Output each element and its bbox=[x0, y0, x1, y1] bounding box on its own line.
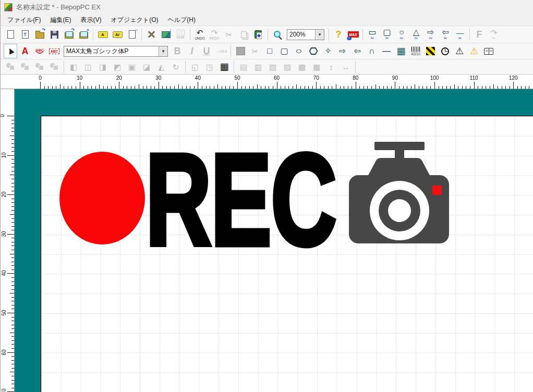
draw-ellipse-button[interactable]: ○ bbox=[292, 44, 306, 58]
font-select[interactable]: MAX太角ゴシック体P▼ bbox=[64, 46, 168, 57]
draw-arch-button[interactable]: ∩ bbox=[365, 44, 379, 58]
import-image-button[interactable]: ↓ bbox=[159, 27, 173, 42]
menu-edit[interactable]: 編集(E) bbox=[45, 14, 76, 26]
menu-object[interactable]: オブジェクト(O) bbox=[106, 14, 163, 26]
max-web-button[interactable]: MAX bbox=[346, 27, 360, 42]
italic-button[interactable]: I bbox=[185, 44, 199, 58]
cut-shape-arrow-left-button[interactable]: ⇦✂ bbox=[439, 27, 452, 42]
draw-polygon-button[interactable] bbox=[307, 44, 320, 58]
cut-shape-arrow-right-button[interactable]: ⇨✂ bbox=[424, 27, 438, 42]
cut-shape-roundrect-button[interactable]: ▢✂ bbox=[380, 27, 394, 42]
select-tool-button[interactable]: ► bbox=[4, 44, 17, 58]
zoom-tool-button[interactable] bbox=[271, 27, 284, 42]
chevron-down-icon[interactable]: ▼ bbox=[159, 46, 167, 56]
insert-clock-button[interactable] bbox=[438, 44, 452, 58]
ruler-tick bbox=[147, 86, 147, 89]
undo-button[interactable]: ↶UNDO bbox=[193, 27, 207, 42]
distribute-down-button[interactable]: ▥ bbox=[251, 59, 265, 74]
new-document-button[interactable] bbox=[4, 27, 17, 42]
rec-text-object[interactable]: REC bbox=[146, 135, 336, 265]
append-file-button[interactable]: + bbox=[77, 27, 90, 42]
clipart-library-button[interactable] bbox=[482, 44, 495, 58]
insert-barcode-button[interactable]: 43210 bbox=[409, 44, 422, 58]
fill-color-button[interactable] bbox=[234, 44, 247, 58]
new-text-label-button[interactable]: T bbox=[18, 27, 32, 42]
insert-warning-filled-button[interactable]: ⚠ bbox=[467, 44, 481, 58]
text-tool-button[interactable]: A bbox=[18, 44, 32, 58]
menu-view[interactable]: 表示(V) bbox=[76, 14, 106, 26]
ruler-tick bbox=[99, 84, 100, 89]
toolbar-separator bbox=[64, 61, 64, 73]
equal-spacing-v-button[interactable]: ▩ bbox=[295, 59, 309, 74]
edit-table-button[interactable]: ▦ bbox=[217, 59, 231, 74]
open-file-button[interactable]: ↷ bbox=[33, 27, 46, 42]
align-middle-button[interactable]: ▣ bbox=[125, 59, 139, 74]
align-right-button[interactable]: ◨ bbox=[96, 59, 110, 74]
draw-rect-button[interactable]: □ bbox=[263, 44, 276, 58]
cut-shape-ellipse-button[interactable]: ○✂ bbox=[395, 27, 408, 42]
fit-width-button[interactable]: ↔ bbox=[339, 59, 353, 74]
align-center-h-button[interactable]: ◫ bbox=[81, 59, 95, 74]
draw-star-button[interactable]: ✧ bbox=[321, 44, 335, 58]
frame-text-f-button[interactable]: F bbox=[473, 27, 486, 42]
draw-line-button[interactable]: — bbox=[380, 44, 393, 58]
numbering-button[interactable]: 12NUM bbox=[174, 27, 187, 42]
print-preview-button[interactable]: ○ bbox=[125, 27, 139, 42]
draw-roundrect-button[interactable]: ▢ bbox=[277, 44, 291, 58]
text-direction-button[interactable]: ←CBA bbox=[214, 44, 228, 58]
distribute-down-icon: ▥ bbox=[255, 63, 262, 71]
group-button[interactable]: ◱ bbox=[188, 59, 202, 74]
copy-button[interactable] bbox=[237, 27, 250, 42]
label-format-a-button[interactable]: A bbox=[96, 27, 110, 42]
paste-button[interactable] bbox=[251, 27, 265, 42]
half-cut-button[interactable]: ✂ bbox=[248, 44, 262, 58]
rotate-button[interactable]: ↻ bbox=[169, 59, 183, 74]
ruler-tick bbox=[466, 86, 466, 89]
save-file-button[interactable] bbox=[47, 27, 61, 42]
ruler-label: 90 bbox=[392, 75, 398, 81]
insert-table-button[interactable]: ▦ bbox=[394, 44, 408, 58]
bring-to-front-button[interactable] bbox=[4, 59, 17, 74]
equal-spacing-h-button[interactable]: ▩ bbox=[310, 59, 323, 74]
cba-icon: ←CBA bbox=[215, 49, 227, 54]
distribute-right-button[interactable]: ▧ bbox=[266, 59, 280, 74]
arc-text-tool-button[interactable]: ABC bbox=[33, 44, 46, 58]
cut-shape-rect-button[interactable]: ▭✂ bbox=[366, 27, 379, 42]
help-button[interactable]: ? bbox=[332, 27, 345, 42]
label-format-ai-button[interactable]: A/ bbox=[111, 27, 124, 42]
zoom-level-select[interactable]: 200%▼ bbox=[287, 29, 324, 40]
chevron-down-icon[interactable]: ▼ bbox=[315, 30, 324, 40]
cut-button[interactable]: ✂ bbox=[222, 27, 236, 42]
align-left-button[interactable]: ◧ bbox=[67, 59, 80, 74]
tools-button[interactable] bbox=[144, 27, 158, 42]
redo-button[interactable]: ↷REDO bbox=[208, 27, 221, 42]
draw-arrow-left-button[interactable]: ⇦ bbox=[350, 44, 364, 58]
bring-forward-button[interactable] bbox=[33, 59, 46, 74]
distribute-left-button[interactable]: ▤ bbox=[237, 59, 250, 74]
record-dot-shape[interactable] bbox=[59, 152, 145, 244]
cut-shape-rect-icon: ▭ bbox=[368, 28, 376, 36]
send-to-back-button[interactable] bbox=[18, 59, 32, 74]
flip-button[interactable]: ◭ bbox=[154, 59, 168, 74]
align-top-button[interactable]: ◩ bbox=[111, 59, 124, 74]
import-cut-button[interactable]: ↷✂ bbox=[487, 27, 501, 42]
camera-clipart[interactable] bbox=[345, 137, 454, 249]
ungroup-button[interactable]: ◳ bbox=[203, 59, 216, 74]
insert-warning-outline-button[interactable]: ⚠ bbox=[453, 44, 466, 58]
import-file-button[interactable]: ↷ bbox=[62, 27, 76, 42]
menu-help[interactable]: ヘルプ(H) bbox=[163, 14, 200, 26]
fit-height-button[interactable]: ↕ bbox=[324, 59, 338, 74]
bold-button[interactable]: B bbox=[171, 44, 184, 58]
insert-hazard-stripe-button[interactable] bbox=[423, 44, 437, 58]
send-backward-button[interactable] bbox=[47, 59, 61, 74]
label-canvas[interactable]: REC bbox=[41, 116, 533, 392]
align-bottom-button[interactable]: ◪ bbox=[140, 59, 153, 74]
ruler-tick bbox=[265, 86, 265, 89]
menu-file[interactable]: ファイル(F) bbox=[3, 14, 45, 26]
cut-shape-triangle-button[interactable]: △✂ bbox=[409, 27, 423, 42]
distribute-up-button[interactable]: ▨ bbox=[281, 59, 294, 74]
cut-shape-line-button[interactable]: —✂ bbox=[453, 27, 467, 42]
draw-arrow-right-button[interactable]: ⇨ bbox=[336, 44, 349, 58]
frame-text-tool-button[interactable]: ABC bbox=[47, 44, 61, 58]
underline-button[interactable]: U bbox=[200, 44, 213, 58]
